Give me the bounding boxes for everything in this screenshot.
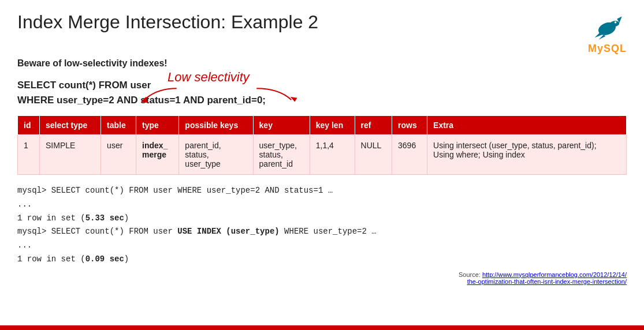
arrow-right-icon [237,86,306,103]
col-key: key [253,116,310,135]
col-select-type: select type [40,116,101,135]
mysql-logo-text: MySQL [588,43,627,55]
page-title: Index Merge Intersection: Example 2 [17,12,318,33]
mysql-dolphin-icon [590,14,624,43]
source-display2: the-optimization-that-often-isnt-index-m… [467,278,627,285]
cell-key: user_type,status,parent_id [253,135,310,175]
table-row: 1 SIMPLE user index_merge parent_id,stat… [18,135,627,175]
terminal-line3-suffix: ) [124,213,129,223]
terminal-line4-bold: USE INDEX (user_type) [177,227,279,236]
bottom-bar [0,325,644,330]
terminal-line1: mysql> SELECT count(*) FROM user WHERE u… [17,184,627,198]
col-ref: ref [355,116,392,135]
terminal-line6-bold: 0.09 sec [85,254,124,264]
terminal-line4: mysql> SELECT count(*) FROM user USE IND… [17,225,627,239]
cell-table: user [101,135,136,175]
cell-ref: NULL [355,135,392,175]
terminal-line3-bold: 5.33 sec [85,213,124,223]
terminal-line6-prefix: 1 row in set ( [17,254,85,264]
mysql-logo: MySQL [588,14,627,55]
terminal-line3: 1 row in set (5.33 sec) [17,212,627,226]
terminal-line4-text: mysql> SELECT count(*) FROM user [17,227,177,236]
table-header-row: id select type table type possible keys … [18,116,627,135]
source-display1: http://www.mysqlperformanceblog.com/2012… [482,271,627,278]
terminal-line6: 1 row in set (0.09 sec) [17,253,627,267]
low-selectivity-area: Low selectivity [17,70,627,104]
source-label: Source: [459,271,482,278]
terminal-output: mysql> SELECT count(*) FROM user WHERE u… [17,184,627,267]
cell-type: index_merge [136,135,179,175]
col-extra: Extra [427,116,627,135]
terminal-line5: ... [17,239,627,253]
col-id: id [18,116,40,135]
subtitle: Beware of low-selectivity indexes! [17,58,627,69]
cell-key-len: 1,1,4 [310,135,355,175]
data-table: id select type table type possible keys … [17,115,627,175]
low-selectivity-label: Low selectivity [167,70,250,85]
cell-possible-keys: parent_id,status,user_type [179,135,253,175]
cell-extra: Using intersect (user_type, status, pare… [427,135,627,175]
source-link[interactable]: http://www.mysqlperformanceblog.com/2012… [467,271,627,285]
cell-rows: 3696 [392,135,427,175]
terminal-line3-prefix: 1 row in set ( [17,213,85,223]
terminal-line4-suffix: WHERE user_type=2 … [280,227,377,236]
terminal-line6-suffix: ) [124,254,129,264]
cell-id: 1 [18,135,40,175]
footer-source: Source: http://www.mysqlperformanceblog.… [17,271,627,285]
svg-point-5 [615,21,616,23]
arrow-left-icon [133,86,191,103]
col-type: type [136,116,179,135]
col-key-len: key len [310,116,355,135]
col-rows: rows [392,116,427,135]
col-table: table [101,116,136,135]
header-row: Index Merge Intersection: Example 2 MySQ… [17,12,627,55]
cell-select-type: SIMPLE [40,135,101,175]
terminal-line2: ... [17,198,627,212]
col-possible-keys: possible keys [179,116,253,135]
